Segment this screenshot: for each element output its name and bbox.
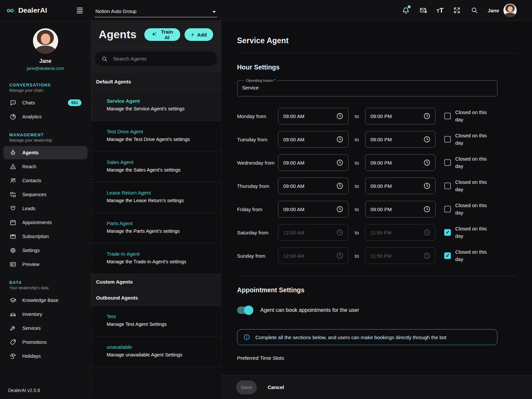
to-label: to bbox=[348, 206, 365, 212]
sidebar-item-analytics[interactable]: Analytics bbox=[3, 110, 87, 123]
agent-desc: Manage Test Agent Settings bbox=[107, 322, 216, 327]
dealership-select[interactable]: Notion Auto Group bbox=[95, 3, 217, 17]
agent-row-trade-in[interactable]: Trade-In Agent Manage the Trade-in Agent… bbox=[91, 243, 221, 274]
clock-icon[interactable] bbox=[423, 135, 431, 143]
weekly-hours: Monday from 09:00 AM to 09:00 PM Closed … bbox=[237, 104, 532, 267]
agent-row-unavailable[interactable]: unavailable Manage unavailable Agent Set… bbox=[91, 336, 221, 367]
day-row-sunday: Sunday from 12:00 AM to 11:59 PM Closed … bbox=[237, 244, 532, 267]
sidebar-item-reach[interactable]: Reach bbox=[3, 160, 87, 173]
sidebar-item-settings[interactable]: Settings bbox=[3, 244, 87, 257]
group-header-default: Default Agents bbox=[91, 73, 221, 90]
clock-icon[interactable] bbox=[423, 182, 431, 190]
app-version: DealerAI v2.5.6 bbox=[0, 388, 91, 399]
closed-checkbox[interactable] bbox=[444, 183, 451, 189]
agent-row-sales[interactable]: Sales Agent Manage the Sales Agent's set… bbox=[91, 152, 221, 182]
closed-checkbox[interactable] bbox=[444, 113, 451, 119]
clock-icon[interactable] bbox=[336, 182, 344, 190]
list-scrollbar[interactable] bbox=[92, 74, 92, 398]
mail-settings-button[interactable] bbox=[419, 6, 428, 15]
sidebar-item-label: Promotions bbox=[22, 339, 47, 345]
sidebar-item-leads[interactable]: Leads bbox=[3, 202, 87, 215]
sidebar-item-inventory[interactable]: Inventory bbox=[3, 308, 87, 321]
search-agents-input[interactable]: Search Agents bbox=[95, 52, 217, 66]
operating-hours-value[interactable]: Service bbox=[242, 85, 492, 90]
sidebar-item-contacts[interactable]: Contacts bbox=[3, 174, 87, 187]
clock-icon[interactable] bbox=[423, 252, 431, 260]
sidebar-item-subscription[interactable]: Subscription bbox=[3, 230, 87, 243]
divider bbox=[237, 276, 516, 276]
train-ai-button[interactable]: Train AI bbox=[144, 28, 180, 41]
time-to-input[interactable]: 11:59 PM bbox=[365, 247, 436, 264]
agent-row-test-drive[interactable]: Test Drive Agent Manage the Test Drive A… bbox=[91, 121, 221, 152]
avatar[interactable] bbox=[33, 28, 58, 54]
agent-name: Sales Agent bbox=[107, 159, 216, 165]
add-agent-button[interactable]: + Add bbox=[185, 28, 213, 41]
sidebar-item-promotions[interactable]: Promotions bbox=[3, 335, 87, 349]
time-from-input[interactable]: 09:00 AM bbox=[278, 108, 348, 124]
day-label: Wednesday from bbox=[237, 159, 278, 166]
time-to-input[interactable]: 09:00 PM bbox=[365, 201, 436, 217]
closed-checkbox[interactable] bbox=[444, 229, 451, 236]
closed-checkbox[interactable] bbox=[444, 159, 451, 166]
info-text: Complete all the sections below, and use… bbox=[255, 334, 447, 340]
wrench-icon bbox=[9, 325, 17, 332]
clock-icon[interactable] bbox=[336, 112, 344, 120]
menu-icon[interactable] bbox=[75, 6, 84, 15]
sidebar-item-label: Appointments bbox=[22, 220, 52, 225]
time-from-input[interactable]: 09:00 AM bbox=[278, 131, 348, 148]
clock-icon[interactable] bbox=[423, 205, 431, 213]
agent-name: Lease Return Agent bbox=[107, 190, 216, 196]
sidebar-item-appointments[interactable]: Appointments bbox=[3, 216, 87, 229]
sidebar-item-sequences[interactable]: Sequences bbox=[3, 188, 87, 201]
save-button[interactable]: Save bbox=[236, 380, 257, 394]
graduation-cap-icon bbox=[9, 297, 17, 304]
agent-desc: Manage the Sales Agent's settings bbox=[107, 167, 216, 173]
time-to-input[interactable]: 11:59 PM bbox=[365, 224, 436, 241]
agent-row-lease-return[interactable]: Lease Return Agent Manage the Lease Retu… bbox=[91, 182, 221, 213]
sidebar-item-holidays[interactable]: Holidays bbox=[3, 349, 87, 363]
clock-icon[interactable] bbox=[336, 159, 344, 167]
clock-icon[interactable] bbox=[336, 252, 344, 260]
closed-checkbox[interactable] bbox=[444, 206, 451, 212]
time-from-input[interactable]: 12:00 AM bbox=[278, 224, 348, 241]
sidebar-item-chats[interactable]: Chats 551 bbox=[3, 96, 87, 109]
search-button[interactable] bbox=[470, 6, 479, 15]
chevron-down-icon bbox=[212, 11, 216, 13]
agent-row-test[interactable]: Test Manage Test Agent Settings bbox=[91, 306, 221, 336]
clock-icon[interactable] bbox=[336, 205, 344, 213]
user-menu[interactable]: Jane bbox=[488, 4, 517, 17]
agent-row-service[interactable]: Service Agent Manage the Service Agent's… bbox=[91, 90, 221, 121]
time-from-input[interactable]: 09:00 AM bbox=[278, 201, 348, 217]
closed-checkbox[interactable] bbox=[444, 252, 451, 259]
closed-checkbox[interactable] bbox=[444, 136, 451, 143]
sidebar-item-services[interactable]: Services bbox=[3, 322, 87, 335]
fullscreen-button[interactable] bbox=[453, 6, 461, 15]
sidebar-item-label: Holidays bbox=[22, 353, 41, 359]
text-size-button[interactable]: TT bbox=[437, 7, 444, 14]
time-to-input[interactable]: 09:00 PM bbox=[365, 154, 436, 171]
notifications-button[interactable] bbox=[401, 6, 410, 15]
clock-icon[interactable] bbox=[336, 228, 344, 236]
time-from-input[interactable]: 09:00 AM bbox=[278, 154, 348, 171]
sidebar-item-preview[interactable]: Preview bbox=[3, 258, 87, 271]
time-from-input[interactable]: 12:00 AM bbox=[278, 247, 348, 264]
content-row: Agents Train AI + Add Search Agents bbox=[91, 21, 532, 399]
clock-icon[interactable] bbox=[336, 135, 344, 143]
clock-icon[interactable] bbox=[423, 228, 431, 236]
sidebar-item-agents[interactable]: Agents bbox=[3, 146, 87, 159]
clock-icon[interactable] bbox=[423, 112, 431, 120]
time-to-input[interactable]: 09:00 PM bbox=[365, 178, 436, 194]
agent-row-parts[interactable]: Parts Agent Manage the Parts Agent's set… bbox=[91, 213, 221, 243]
book-appointments-toggle[interactable] bbox=[237, 307, 252, 314]
agent-name: unavailable bbox=[107, 344, 216, 350]
time-to-input[interactable]: 09:00 PM bbox=[365, 131, 436, 148]
sidebar-item-label: Settings bbox=[22, 248, 40, 253]
operating-hours-select[interactable]: Operating Hours * Service bbox=[237, 78, 497, 96]
cancel-button[interactable]: Cancel bbox=[268, 384, 284, 390]
time-from-input[interactable]: 09:00 AM bbox=[278, 178, 348, 194]
clock-icon[interactable] bbox=[423, 159, 431, 167]
sidebar-item-knowledge-base[interactable]: Knowledge Base bbox=[3, 294, 87, 307]
section-title: MANAGEMENT bbox=[0, 133, 91, 137]
app-logo[interactable]: DealerAI bbox=[5, 6, 47, 15]
time-to-input[interactable]: 09:00 PM bbox=[365, 108, 436, 124]
